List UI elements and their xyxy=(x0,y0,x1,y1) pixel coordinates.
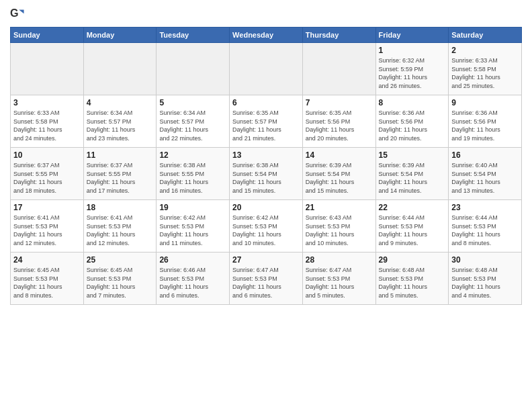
calendar-cell: 16Sunrise: 6:40 AMSunset: 5:54 PMDayligh… xyxy=(449,148,522,200)
calendar-cell: 24Sunrise: 6:45 AMSunset: 5:53 PMDayligh… xyxy=(11,253,84,305)
calendar-row-0: 1Sunrise: 6:32 AMSunset: 5:59 PMDaylight… xyxy=(11,43,522,95)
calendar-cell: 15Sunrise: 6:39 AMSunset: 5:54 PMDayligh… xyxy=(375,148,449,200)
calendar-cell: 29Sunrise: 6:48 AMSunset: 5:53 PMDayligh… xyxy=(375,253,449,305)
day-info: Sunrise: 6:36 AMSunset: 5:56 PMDaylight:… xyxy=(379,109,446,142)
day-info: Sunrise: 6:47 AMSunset: 5:53 PMDaylight:… xyxy=(232,266,300,300)
day-info: Sunrise: 6:37 AMSunset: 5:55 PMDaylight:… xyxy=(87,161,154,195)
day-info: Sunrise: 6:46 AMSunset: 5:53 PMDaylight:… xyxy=(159,266,226,300)
svg-text:G: G xyxy=(10,7,19,19)
calendar-cell: 1Sunrise: 6:32 AMSunset: 5:59 PMDaylight… xyxy=(375,43,449,95)
day-info: Sunrise: 6:48 AMSunset: 5:53 PMDaylight:… xyxy=(451,266,519,300)
calendar-cell xyxy=(157,43,230,95)
calendar-cell: 20Sunrise: 6:42 AMSunset: 5:53 PMDayligh… xyxy=(230,200,303,253)
calendar-row-1: 3Sunrise: 6:33 AMSunset: 5:58 PMDaylight… xyxy=(11,95,522,148)
svg-marker-1 xyxy=(19,9,24,13)
day-number: 4 xyxy=(87,98,154,107)
day-info: Sunrise: 6:42 AMSunset: 5:53 PMDaylight:… xyxy=(159,214,226,247)
calendar-cell: 6Sunrise: 6:35 AMSunset: 5:57 PMDaylight… xyxy=(230,95,303,148)
day-number: 7 xyxy=(306,98,373,107)
header: G xyxy=(10,7,522,21)
day-number: 28 xyxy=(306,255,373,265)
weekday-header-saturday: Saturday xyxy=(449,28,522,43)
day-number: 27 xyxy=(232,255,300,265)
calendar-cell: 12Sunrise: 6:38 AMSunset: 5:55 PMDayligh… xyxy=(157,148,230,200)
day-info: Sunrise: 6:48 AMSunset: 5:53 PMDaylight:… xyxy=(379,266,446,300)
day-info: Sunrise: 6:39 AMSunset: 5:54 PMDaylight:… xyxy=(306,161,373,195)
calendar-cell: 13Sunrise: 6:38 AMSunset: 5:54 PMDayligh… xyxy=(230,148,303,200)
calendar-cell: 22Sunrise: 6:44 AMSunset: 5:53 PMDayligh… xyxy=(375,200,449,253)
calendar-cell: 10Sunrise: 6:37 AMSunset: 5:55 PMDayligh… xyxy=(11,148,84,200)
calendar-cell: 25Sunrise: 6:45 AMSunset: 5:53 PMDayligh… xyxy=(83,253,157,305)
day-number: 5 xyxy=(159,98,226,107)
day-number: 3 xyxy=(13,98,81,107)
page: G SundayMondayTuesdayWednesdayThursdayFr… xyxy=(0,0,532,411)
day-info: Sunrise: 6:42 AMSunset: 5:53 PMDaylight:… xyxy=(232,214,300,247)
calendar-cell: 7Sunrise: 6:35 AMSunset: 5:56 PMDaylight… xyxy=(302,95,375,148)
weekday-header-thursday: Thursday xyxy=(302,28,375,43)
day-info: Sunrise: 6:44 AMSunset: 5:53 PMDaylight:… xyxy=(379,214,446,247)
calendar-cell: 2Sunrise: 6:33 AMSunset: 5:58 PMDaylight… xyxy=(449,43,522,95)
day-number: 10 xyxy=(13,150,81,160)
day-number: 21 xyxy=(306,203,373,212)
day-number: 9 xyxy=(451,98,519,107)
weekday-header-sunday: Sunday xyxy=(11,28,84,43)
calendar-cell xyxy=(230,43,303,95)
day-info: Sunrise: 6:43 AMSunset: 5:53 PMDaylight:… xyxy=(306,214,373,247)
day-info: Sunrise: 6:35 AMSunset: 5:56 PMDaylight:… xyxy=(306,109,373,142)
day-number: 14 xyxy=(306,150,373,160)
calendar-cell: 30Sunrise: 6:48 AMSunset: 5:53 PMDayligh… xyxy=(449,253,522,305)
day-number: 1 xyxy=(379,46,446,55)
calendar-cell: 11Sunrise: 6:37 AMSunset: 5:55 PMDayligh… xyxy=(83,148,157,200)
day-info: Sunrise: 6:36 AMSunset: 5:56 PMDaylight:… xyxy=(451,109,519,142)
calendar-cell: 19Sunrise: 6:42 AMSunset: 5:53 PMDayligh… xyxy=(157,200,230,253)
calendar-row-2: 10Sunrise: 6:37 AMSunset: 5:55 PMDayligh… xyxy=(11,148,522,200)
logo-icon: G xyxy=(10,7,25,21)
day-number: 15 xyxy=(379,150,446,160)
day-number: 23 xyxy=(451,203,519,212)
day-number: 2 xyxy=(451,46,519,55)
calendar-table: SundayMondayTuesdayWednesdayThursdayFrid… xyxy=(10,27,522,305)
calendar-cell xyxy=(83,43,157,95)
day-info: Sunrise: 6:39 AMSunset: 5:54 PMDaylight:… xyxy=(379,161,446,195)
calendar-cell: 18Sunrise: 6:41 AMSunset: 5:53 PMDayligh… xyxy=(83,200,157,253)
calendar-cell xyxy=(11,43,84,95)
weekday-header-row: SundayMondayTuesdayWednesdayThursdayFrid… xyxy=(11,28,522,43)
calendar-cell: 23Sunrise: 6:44 AMSunset: 5:53 PMDayligh… xyxy=(449,200,522,253)
calendar-cell: 26Sunrise: 6:46 AMSunset: 5:53 PMDayligh… xyxy=(157,253,230,305)
day-info: Sunrise: 6:41 AMSunset: 5:53 PMDaylight:… xyxy=(87,214,154,247)
calendar-row-3: 17Sunrise: 6:41 AMSunset: 5:53 PMDayligh… xyxy=(11,200,522,253)
day-number: 8 xyxy=(379,98,446,107)
day-number: 13 xyxy=(232,150,300,160)
calendar-cell: 17Sunrise: 6:41 AMSunset: 5:53 PMDayligh… xyxy=(11,200,84,253)
calendar-cell: 28Sunrise: 6:47 AMSunset: 5:53 PMDayligh… xyxy=(302,253,375,305)
day-number: 26 xyxy=(159,255,226,265)
calendar-cell xyxy=(302,43,375,95)
day-number: 6 xyxy=(232,98,300,107)
day-info: Sunrise: 6:35 AMSunset: 5:57 PMDaylight:… xyxy=(232,109,300,142)
day-number: 18 xyxy=(87,203,154,212)
logo: G xyxy=(10,7,28,21)
day-number: 25 xyxy=(87,255,154,265)
day-info: Sunrise: 6:33 AMSunset: 5:58 PMDaylight:… xyxy=(451,56,519,90)
day-info: Sunrise: 6:45 AMSunset: 5:53 PMDaylight:… xyxy=(87,266,154,300)
day-info: Sunrise: 6:44 AMSunset: 5:53 PMDaylight:… xyxy=(451,214,519,247)
day-number: 11 xyxy=(87,150,154,160)
weekday-header-wednesday: Wednesday xyxy=(230,28,303,43)
day-info: Sunrise: 6:41 AMSunset: 5:53 PMDaylight:… xyxy=(13,214,81,247)
day-number: 12 xyxy=(159,150,226,160)
day-number: 24 xyxy=(13,255,81,265)
calendar-cell: 8Sunrise: 6:36 AMSunset: 5:56 PMDaylight… xyxy=(375,95,449,148)
calendar-cell: 21Sunrise: 6:43 AMSunset: 5:53 PMDayligh… xyxy=(302,200,375,253)
day-info: Sunrise: 6:33 AMSunset: 5:58 PMDaylight:… xyxy=(13,109,81,142)
day-info: Sunrise: 6:38 AMSunset: 5:55 PMDaylight:… xyxy=(159,161,226,195)
day-info: Sunrise: 6:32 AMSunset: 5:59 PMDaylight:… xyxy=(379,56,446,90)
day-info: Sunrise: 6:45 AMSunset: 5:53 PMDaylight:… xyxy=(13,266,81,300)
day-info: Sunrise: 6:47 AMSunset: 5:53 PMDaylight:… xyxy=(306,266,373,300)
day-info: Sunrise: 6:37 AMSunset: 5:55 PMDaylight:… xyxy=(13,161,81,195)
calendar-cell: 5Sunrise: 6:34 AMSunset: 5:57 PMDaylight… xyxy=(157,95,230,148)
weekday-header-monday: Monday xyxy=(83,28,157,43)
weekday-header-tuesday: Tuesday xyxy=(157,28,230,43)
day-number: 19 xyxy=(159,203,226,212)
day-info: Sunrise: 6:34 AMSunset: 5:57 PMDaylight:… xyxy=(159,109,226,142)
day-info: Sunrise: 6:40 AMSunset: 5:54 PMDaylight:… xyxy=(451,161,519,195)
